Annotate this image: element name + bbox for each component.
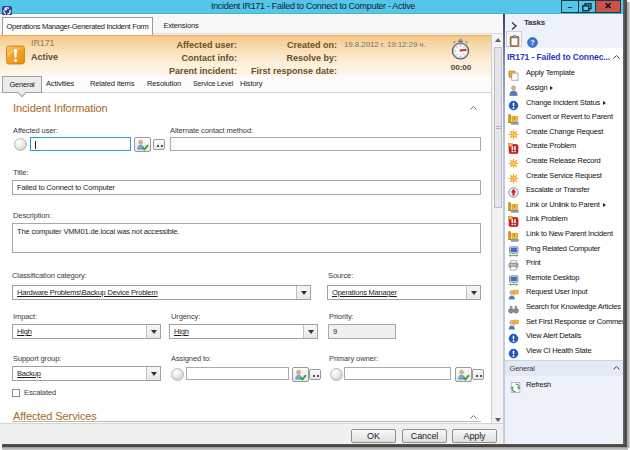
svg-text:?: ? — [530, 38, 534, 47]
